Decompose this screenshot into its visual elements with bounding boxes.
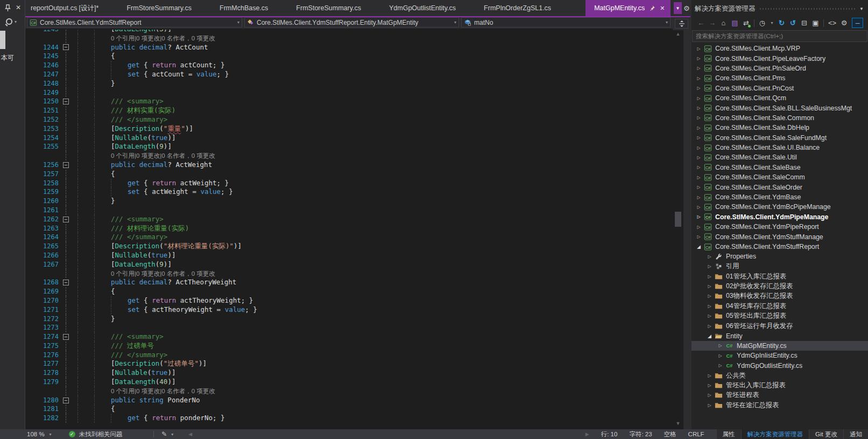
expand-arrow-icon[interactable]: ▷ (716, 343, 725, 348)
split-window-button[interactable] (675, 19, 688, 29)
code-line[interactable]: 1279[DataLength(40)] (25, 378, 673, 387)
breadcrumb-type-dropdown[interactable]: Core.StlMes.Client.YdmStuffReport.Entity… (244, 17, 459, 27)
editor-tab[interactable]: FrmStoreSummary.cs (126, 4, 192, 12)
expand-arrow-icon[interactable]: ▷ (705, 254, 714, 259)
code-line[interactable]: 1253[Description("重量")] (25, 124, 673, 134)
code-line[interactable]: 1251/// 材料实重(实际) (25, 106, 673, 115)
code-line[interactable]: 1267[DataLength(9)] (25, 260, 673, 269)
expand-arrow-icon[interactable]: ▷ (705, 264, 714, 269)
expand-arrow-icon[interactable]: ▷ (694, 155, 703, 160)
fold-collapse-icon[interactable]: − (63, 217, 69, 222)
tree-item[interactable]: ▷C#Core.StlMes.Client.YdmPipeManage (691, 212, 868, 222)
panel-menu-icon[interactable]: ▼ (859, 6, 864, 11)
expand-arrow-icon[interactable]: ▷ (694, 56, 703, 61)
code-line[interactable]: 1247set { actCount = value; } (25, 70, 673, 79)
scrollbar-thumb[interactable] (675, 212, 681, 227)
expand-arrow-icon[interactable]: ▷ (694, 195, 703, 200)
switch-views-icon[interactable]: ▤ (731, 19, 738, 27)
panel-tab-item[interactable]: 属性 (716, 429, 741, 439)
code-line[interactable]: 1272} (25, 315, 673, 324)
expand-arrow-icon[interactable]: ▷ (694, 145, 703, 150)
solution-search-input[interactable]: 搜索解决方案资源管理器(Ctrl+;) (692, 30, 867, 42)
pin-icon[interactable] (649, 5, 655, 11)
tree-item[interactable]: ▷C#Core.StlMes.Client.PlnSaleOrd (691, 64, 868, 73)
tree-item[interactable]: ▷05管坯出库汇总报表 (691, 311, 868, 321)
codelens-info[interactable]: 0 个引用|0 项更改|0 名作者，0 项更改 (111, 34, 215, 43)
scroll-up-icon[interactable]: ▲ (673, 31, 683, 37)
code-line[interactable]: 1282get { return ponderNo; } (25, 414, 673, 423)
code-line[interactable]: 1261 (25, 206, 673, 215)
fold-collapse-icon[interactable]: − (63, 44, 69, 50)
editor-tab[interactable]: FrmMchBase.cs (220, 4, 268, 12)
tree-item[interactable]: ▷管坯在途汇总报表 (691, 400, 868, 410)
code-line[interactable]: 1273 (25, 323, 673, 332)
tree-item[interactable]: ▷04管坯库存汇总报表 (691, 301, 868, 311)
expand-arrow-icon[interactable]: ▷ (694, 86, 703, 90)
zoom-selector[interactable]: 108 % ▾ (27, 431, 52, 437)
view-code-icon[interactable]: <> (828, 19, 836, 27)
search-icon[interactable] (6, 18, 12, 25)
expand-arrow-icon[interactable]: ▷ (694, 115, 703, 120)
tree-item[interactable]: ▷C#Core.StlMes.Client.YdmBcPipeManage (691, 202, 868, 212)
indent-mode[interactable]: 空格 (664, 430, 676, 438)
editor-tab[interactable]: FrmStoreSummary.cs (296, 4, 361, 12)
refresh-alt-icon[interactable]: ↺ (789, 19, 796, 27)
code-line[interactable]: 1259set { actWeight = value; } (25, 187, 673, 197)
code-line[interactable]: 1260} (25, 197, 673, 206)
tree-item[interactable]: ▷C#Core.StlMes.Client.Sale.BLL.SaleBusin… (691, 103, 868, 113)
tree-item[interactable]: ▷06管坯运行年月收发存 (691, 321, 868, 331)
code-line[interactable]: 1257{ (25, 170, 673, 179)
scroll-down-icon[interactable]: ▼ (673, 421, 683, 426)
expand-arrow-icon[interactable]: ▷ (716, 363, 725, 368)
no-issues-check-icon[interactable]: ✓ (69, 431, 75, 437)
code-line[interactable]: 1281{ (25, 405, 673, 414)
expand-arrow-icon[interactable]: ▷ (705, 274, 714, 279)
nav-forward-icon[interactable]: ▶ (585, 431, 589, 437)
tab-overflow-button[interactable]: ▼ (674, 2, 682, 14)
codelens-row[interactable]: 0 个引用|0 项更改|0 名作者，0 项更改 (25, 151, 673, 161)
pen-icon[interactable]: ✎ (161, 430, 167, 438)
tree-item[interactable]: ▷C#Core.StlMes.Client.Pms (691, 73, 868, 83)
code-line[interactable]: 1245{ (25, 52, 673, 61)
tree-item[interactable]: ▷C#Core.StlMes.Client.SaleBase (691, 163, 868, 172)
code-line[interactable]: 1258get { return actWeight; } (25, 179, 673, 188)
panel-drag-area[interactable] (760, 8, 856, 10)
tree-item[interactable]: ▷03物料收发存汇总报表 (691, 291, 868, 301)
expand-arrow-icon[interactable]: ▷ (705, 383, 714, 388)
expand-arrow-icon[interactable]: ▷ (705, 393, 714, 398)
tree-item[interactable]: ▷C#Core.StlMes.Client.Sale.Common (691, 113, 868, 123)
expand-arrow-icon[interactable]: ▷ (705, 313, 714, 318)
tree-item[interactable]: ◢C#Core.StlMes.Client.YdmStuffReport (691, 242, 868, 252)
expand-arrow-icon[interactable]: ▷ (694, 234, 703, 239)
expand-arrow-icon[interactable]: ▷ (716, 353, 725, 358)
tree-item[interactable]: ◢Entity (691, 331, 868, 340)
tree-item[interactable]: ▷02炉批收发存汇总报表 (691, 281, 868, 291)
code-line[interactable]: 1243[DataLength(3)] (25, 30, 673, 34)
codelens-info[interactable]: 0 个引用|0 项更改|0 名作者，0 项更改 (111, 269, 215, 278)
fold-collapse-icon[interactable]: − (63, 99, 69, 104)
editor-tab[interactable]: reportOutput.cs [设计]* (31, 4, 98, 13)
tree-item[interactable]: ▷管坯进程表 (691, 391, 868, 400)
fold-collapse-icon[interactable]: − (63, 162, 69, 168)
preview-selected-items-icon[interactable]: ─ (852, 18, 863, 28)
panel-tab-item[interactable]: Git 更改 (809, 429, 843, 439)
code-line[interactable]: 1252/// </summary> (25, 115, 673, 124)
collapse-all-icon[interactable]: ⊟ (801, 19, 808, 27)
code-line[interactable]: 1280−public string PonderNo (25, 396, 673, 405)
code-line[interactable]: 1268−public decimal? ActTheoryWeight (25, 278, 673, 287)
tree-item[interactable]: ▷C#Core.StlMes.Client.PnCost (691, 83, 868, 93)
expand-arrow-icon[interactable]: ▷ (694, 135, 703, 140)
fold-collapse-icon[interactable]: − (63, 398, 69, 403)
expand-arrow-icon[interactable]: ▷ (694, 165, 703, 170)
gear-icon[interactable]: ⚙ (683, 4, 690, 12)
code-line[interactable]: 1275/// 过磅单号 (25, 342, 673, 351)
code-line[interactable]: 1250−/// <summary> (25, 97, 673, 106)
expand-arrow-icon[interactable]: ▷ (694, 66, 703, 71)
breadcrumb-member-dropdown[interactable]: matNo ▾ (461, 17, 671, 27)
show-all-files-icon[interactable]: ▣ (812, 19, 819, 27)
code-editor[interactable]: 1243[DataLength(3)]0 个引用|0 项更改|0 名作者，0 项… (25, 30, 673, 429)
code-line[interactable]: 1255[DataLength(9)] (25, 142, 673, 151)
search-caret-icon[interactable]: ▾ (15, 19, 17, 24)
expand-arrow-icon[interactable]: ▷ (694, 76, 703, 81)
vertical-scrollbar[interactable] (673, 30, 683, 429)
